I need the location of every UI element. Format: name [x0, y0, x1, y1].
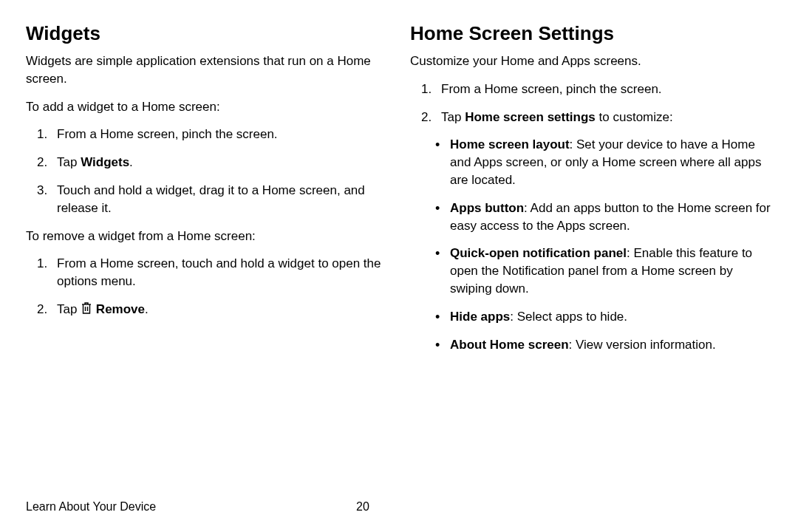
widgets-heading: Widgets	[26, 22, 388, 45]
bullet-hide-apps: Hide apps: Select apps to hide.	[435, 308, 772, 326]
bullet-about: About Home screen: View version informat…	[435, 336, 772, 354]
bullet-layout: Home screen layout: Set your device to h…	[435, 136, 772, 188]
page-number: 20	[356, 500, 369, 514]
add-step-1: From a Home screen, pinch the screen.	[51, 126, 388, 143]
remove-step-2: Tap Remove.	[51, 301, 388, 318]
remove-step-1: From a Home screen, touch and hold a wid…	[51, 255, 388, 290]
home-settings-heading: Home Screen Settings	[410, 22, 772, 45]
home-settings-bullets: Home screen layout: Set your device to h…	[410, 136, 772, 353]
bullet-apps-button: Apps button: Add an apps button to the H…	[435, 200, 772, 235]
add-step-2: Tap Widgets.	[51, 154, 388, 171]
page-footer: Learn About Your Device 20	[26, 500, 772, 514]
home-settings-steps: From a Home screen, pinch the screen. Ta…	[410, 81, 772, 126]
add-step-3: Touch and hold a widget, drag it to a Ho…	[51, 182, 388, 217]
remove-widget-intro: To remove a widget from a Home screen:	[26, 228, 388, 245]
add-widget-steps: From a Home screen, pinch the screen. Ta…	[26, 126, 388, 216]
add-widget-intro: To add a widget to a Home screen:	[26, 98, 388, 116]
bullet-notification-panel: Quick-open notification panel: Enable th…	[435, 245, 772, 297]
remove-widget-steps: From a Home screen, touch and hold a wid…	[26, 255, 388, 318]
hs-step-2: Tap Home screen settings to customize:	[435, 109, 772, 126]
footer-section: Learn About Your Device	[26, 500, 156, 513]
hs-step-1: From a Home screen, pinch the screen.	[435, 81, 772, 98]
home-settings-intro: Customize your Home and Apps screens.	[410, 52, 772, 70]
left-column: Widgets Widgets are simple application e…	[26, 22, 388, 364]
trash-icon	[81, 301, 92, 315]
right-column: Home Screen Settings Customize your Home…	[410, 22, 772, 364]
widgets-intro: Widgets are simple application extension…	[26, 52, 388, 88]
